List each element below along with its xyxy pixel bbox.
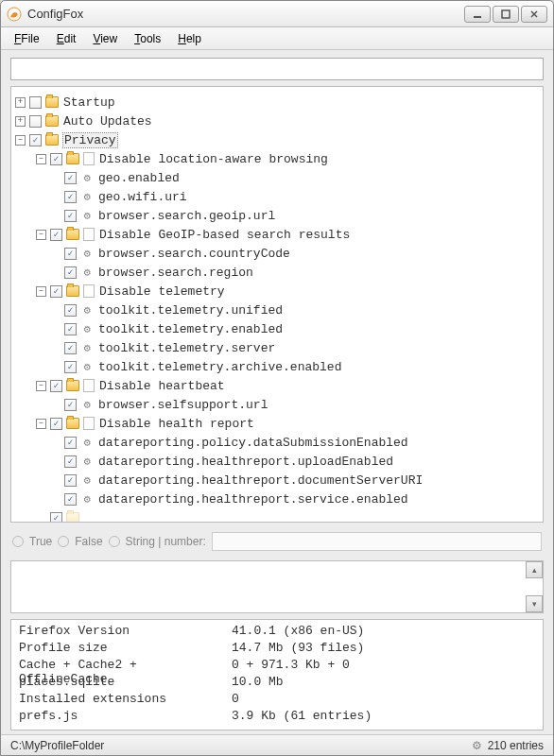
expander-icon[interactable]: –: [36, 286, 46, 297]
menu-file[interactable]: FFileFile: [7, 30, 47, 47]
tree-node-group[interactable]: –Disable health report: [15, 414, 539, 433]
gear-icon: [80, 455, 94, 468]
page-icon: [83, 152, 95, 165]
expander-icon[interactable]: –: [36, 381, 46, 391]
checkbox[interactable]: [50, 153, 62, 165]
app-icon: [7, 7, 22, 22]
checkbox[interactable]: [64, 210, 77, 222]
tree[interactable]: + Startup + Auto Updates – Privacy: [11, 87, 543, 522]
checkbox[interactable]: [64, 437, 77, 449]
tree-node-group[interactable]: – Disable location-aware browsing: [15, 149, 539, 168]
gear-icon: [80, 171, 94, 184]
gear-icon: [80, 492, 94, 506]
page-icon: [83, 417, 95, 430]
app-window: ConfigFox FFileFile Edit View Tools Help…: [0, 0, 554, 756]
checkbox[interactable]: [64, 474, 77, 487]
minimize-button[interactable]: [464, 6, 491, 23]
menubar: FFileFile Edit View Tools Help: [1, 27, 553, 50]
checkbox[interactable]: [64, 399, 77, 411]
radio-false[interactable]: [58, 536, 69, 547]
menu-edit[interactable]: Edit: [49, 30, 84, 47]
tree-node-group[interactable]: –Disable heartbeat: [15, 376, 539, 395]
folder-icon: [66, 512, 79, 522]
tree-node-item[interactable]: toolkit.telemetry.archive.enabled: [15, 357, 539, 376]
tree-node-item[interactable]: toolkit.telemetry.unified: [15, 301, 539, 319]
info-panel: Firefox Version41.0.1 (x86 en-US) Profil…: [10, 619, 544, 730]
folder-icon: [45, 134, 59, 146]
expander-icon[interactable]: +: [15, 116, 26, 127]
tree-node-partial[interactable]: [15, 508, 539, 522]
checkbox[interactable]: [64, 248, 77, 260]
info-label: prefs.js: [19, 709, 232, 726]
checkbox[interactable]: [64, 361, 77, 373]
search-input[interactable]: [10, 58, 544, 80]
tree-node-item[interactable]: toolkit.telemetry.server: [15, 338, 539, 357]
folder-icon: [66, 229, 79, 240]
gear-icon: [80, 436, 94, 449]
checkbox[interactable]: [64, 342, 77, 354]
checkbox[interactable]: [50, 229, 62, 241]
tree-node-item[interactable]: geo.wifi.uri: [15, 187, 539, 206]
menu-view[interactable]: View: [85, 30, 125, 47]
gear-icon: [80, 341, 94, 354]
expander-icon[interactable]: +: [15, 97, 26, 108]
info-label: Cache + Cache2 + OfflineCache: [19, 658, 232, 675]
tree-node-startup[interactable]: + Startup: [15, 93, 539, 112]
checkbox[interactable]: [29, 115, 42, 128]
status-path: C:\MyProfileFolder: [10, 739, 104, 752]
checkbox[interactable]: [50, 285, 62, 298]
titlebar[interactable]: ConfigFox: [1, 1, 553, 27]
expander-icon[interactable]: –: [36, 154, 46, 164]
menu-tools[interactable]: Tools: [127, 30, 168, 47]
gear-icon: [80, 247, 94, 260]
tree-node-item[interactable]: datareporting.policy.dataSubmissionEnabl…: [15, 433, 539, 452]
radio-string[interactable]: [109, 536, 120, 547]
tree-node-item[interactable]: datareporting.healthreport.documentServe…: [15, 471, 539, 490]
folder-icon: [45, 115, 59, 127]
tree-node-item[interactable]: browser.selfsupport.url: [15, 395, 539, 414]
radio-true[interactable]: [12, 536, 24, 547]
checkbox[interactable]: [64, 172, 77, 184]
folder-icon: [66, 285, 79, 297]
minimize-icon: [473, 9, 482, 19]
gear-icon: [80, 303, 94, 317]
checkbox[interactable]: [64, 266, 77, 279]
tree-node-item[interactable]: browser.search.region: [15, 263, 539, 282]
checkbox[interactable]: [64, 493, 77, 506]
menu-help[interactable]: Help: [170, 30, 209, 47]
maximize-button[interactable]: [493, 6, 519, 23]
info-value: 14.7 Mb (93 files): [232, 641, 364, 658]
tree-node-group[interactable]: –Disable GeoIP-based search results: [15, 225, 539, 244]
checkbox[interactable]: [64, 304, 77, 317]
folder-icon: [45, 96, 59, 108]
tree-node-auto-updates[interactable]: + Auto Updates: [15, 112, 539, 130]
checkbox[interactable]: [64, 455, 77, 468]
tree-node-item[interactable]: datareporting.healthreport.service.enabl…: [15, 490, 539, 508]
preview-panel: ▴ ▾: [10, 560, 544, 613]
expander-icon[interactable]: –: [36, 230, 46, 240]
tree-node-item[interactable]: browser.search.geoip.url: [15, 206, 539, 225]
checkbox[interactable]: [29, 96, 42, 109]
tree-node-item[interactable]: geo.enabled: [15, 168, 539, 187]
scroll-up-button[interactable]: ▴: [526, 561, 543, 578]
tree-node-item[interactable]: toolkit.telemetry.enabled: [15, 319, 539, 338]
gear-icon: [80, 266, 94, 279]
checkbox[interactable]: [50, 512, 62, 523]
tree-node-group[interactable]: –Disable telemetry: [15, 282, 539, 301]
tree-node-privacy[interactable]: – Privacy: [15, 130, 539, 149]
tree-node-item[interactable]: browser.search.countryCode: [15, 244, 539, 263]
checkbox[interactable]: [50, 418, 62, 430]
close-button[interactable]: [521, 6, 547, 23]
string-value-input[interactable]: [212, 532, 542, 551]
checkbox[interactable]: [64, 323, 77, 335]
scroll-down-button[interactable]: ▾: [526, 595, 543, 612]
checkbox[interactable]: [29, 134, 42, 146]
gear-icon: [80, 190, 94, 203]
expander-icon[interactable]: –: [15, 135, 26, 146]
gear-icon: [80, 473, 94, 487]
checkbox[interactable]: [50, 380, 62, 392]
expander-icon[interactable]: –: [36, 419, 46, 429]
checkbox[interactable]: [64, 191, 77, 203]
tree-node-item[interactable]: datareporting.healthreport.uploadEnabled: [15, 452, 539, 471]
maximize-icon: [501, 9, 511, 19]
